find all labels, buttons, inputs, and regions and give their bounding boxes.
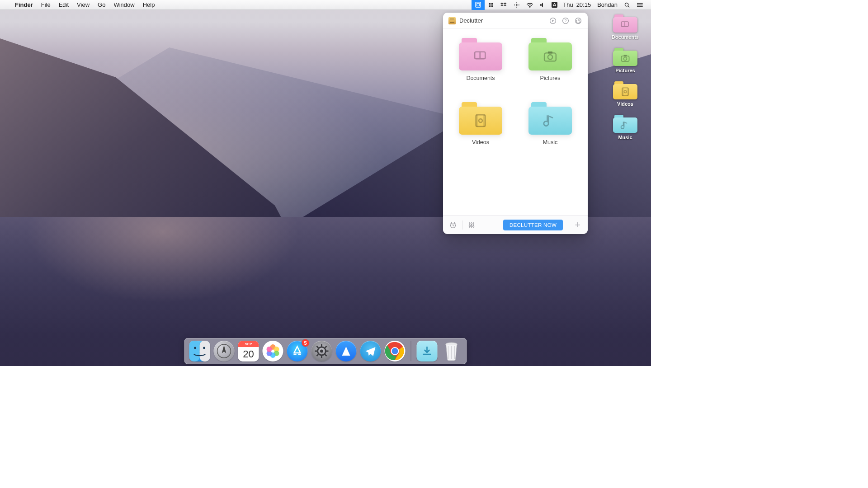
dock-calendar[interactable]: SEP 20 bbox=[238, 341, 259, 361]
svg-point-6 bbox=[519, 4, 519, 5]
popover-footer: DECLUTTER NOW + bbox=[443, 215, 588, 234]
dock-photos[interactable] bbox=[263, 341, 283, 361]
svg-point-30 bbox=[203, 347, 205, 349]
popover-folder-label: Music bbox=[543, 139, 558, 145]
popover-folder-videos[interactable]: Videos bbox=[450, 102, 511, 161]
dock-downloads[interactable] bbox=[417, 341, 438, 361]
menubar-user[interactable]: Bohdan bbox=[594, 0, 621, 10]
schedule-icon[interactable] bbox=[448, 221, 458, 230]
svg-point-24 bbox=[471, 223, 472, 224]
calendar-day: 20 bbox=[243, 347, 254, 361]
menubar-item-edit[interactable]: Edit bbox=[55, 1, 73, 8]
svg-point-42 bbox=[392, 348, 398, 354]
svg-point-25 bbox=[472, 225, 474, 227]
desktop-folder-music[interactable]: Music bbox=[605, 115, 646, 140]
help-icon[interactable]: ? bbox=[561, 17, 570, 25]
sync-menubar-icon[interactable] bbox=[510, 0, 523, 10]
camera-icon bbox=[528, 42, 572, 70]
desktop-folder-pictures[interactable]: Pictures bbox=[605, 48, 646, 73]
popover-folder-label: Videos bbox=[472, 139, 489, 145]
dock-launchpad[interactable] bbox=[214, 341, 235, 361]
desktop-folder-label: Pictures bbox=[615, 68, 635, 73]
svg-point-3 bbox=[516, 2, 517, 3]
svg-point-23 bbox=[469, 225, 470, 226]
svg-rect-0 bbox=[476, 2, 481, 7]
svg-rect-28 bbox=[200, 341, 210, 361]
menubar-item-file[interactable]: File bbox=[37, 1, 55, 8]
dock-app-generic-blue[interactable] bbox=[336, 341, 357, 361]
menubar-item-window[interactable]: Window bbox=[109, 1, 138, 8]
appstore-badge: 5 bbox=[302, 339, 309, 347]
popover-folder-music[interactable]: Music bbox=[520, 102, 580, 161]
declutter-now-button[interactable]: DECLUTTER NOW bbox=[503, 220, 563, 230]
dock-finder[interactable] bbox=[189, 341, 210, 361]
menubar-day[interactable]: Thu bbox=[560, 0, 576, 10]
svg-point-2 bbox=[516, 4, 518, 6]
svg-point-37 bbox=[267, 347, 272, 352]
dock-separator bbox=[411, 341, 411, 361]
svg-point-4 bbox=[516, 6, 517, 7]
menubar-item-help[interactable]: Help bbox=[139, 1, 159, 8]
settings-sliders-icon[interactable] bbox=[467, 221, 476, 230]
add-folder-button[interactable]: + bbox=[573, 219, 582, 231]
svg-point-5 bbox=[514, 4, 515, 5]
dock-telegram[interactable] bbox=[360, 341, 381, 361]
popover-folder-pictures[interactable]: Pictures bbox=[520, 38, 580, 97]
wifi-icon[interactable] bbox=[523, 0, 537, 10]
svg-point-10 bbox=[637, 6, 638, 7]
input-source-icon[interactable]: A bbox=[549, 0, 560, 10]
dock-chrome[interactable] bbox=[385, 341, 406, 361]
svg-point-29 bbox=[194, 347, 196, 349]
play-icon[interactable] bbox=[549, 17, 557, 25]
declutter-menubar-icon[interactable] bbox=[472, 0, 485, 10]
book-icon bbox=[459, 42, 502, 70]
dock-appstore[interactable]: 5 bbox=[287, 341, 308, 361]
power-icon[interactable] bbox=[574, 17, 582, 25]
book-icon bbox=[613, 17, 637, 33]
note-icon bbox=[528, 107, 572, 135]
desktop-folder-videos[interactable]: Videos bbox=[605, 81, 646, 107]
svg-text:?: ? bbox=[564, 19, 566, 23]
desktop-folder-label: Videos bbox=[617, 101, 633, 107]
calendar-month: SEP bbox=[238, 341, 259, 347]
dock: SEP 20 5 bbox=[184, 338, 467, 364]
note-icon bbox=[613, 117, 637, 133]
spotlight-icon[interactable] bbox=[621, 0, 633, 10]
volume-icon[interactable] bbox=[537, 0, 549, 10]
desktop-folder-label: Documents bbox=[612, 34, 639, 40]
popover-title: Declutter bbox=[459, 17, 545, 24]
svg-point-9 bbox=[637, 5, 638, 5]
popover-folder-documents[interactable]: Documents bbox=[450, 38, 511, 97]
menubar-time[interactable]: 20:15 bbox=[576, 0, 594, 10]
menubar: Finder File Edit View Go Window Help A T… bbox=[0, 0, 651, 10]
camera-icon bbox=[613, 51, 637, 66]
svg-rect-1 bbox=[477, 4, 480, 6]
svg-rect-27 bbox=[189, 341, 200, 361]
dock-trash[interactable] bbox=[441, 341, 462, 361]
declutter-popover: Declutter ? Documents Pictures Videos Mu… bbox=[443, 13, 588, 234]
declutter-app-icon bbox=[448, 17, 456, 24]
svg-point-8 bbox=[637, 3, 638, 4]
svg-point-39 bbox=[320, 350, 323, 353]
popover-header: Declutter ? bbox=[443, 13, 588, 29]
film-icon bbox=[613, 84, 637, 99]
menubar-app-name[interactable]: Finder bbox=[11, 1, 37, 8]
notification-center-icon[interactable] bbox=[633, 0, 646, 10]
menubar-item-go[interactable]: Go bbox=[94, 1, 109, 8]
popover-folder-label: Pictures bbox=[540, 75, 560, 81]
menu-extra-icon[interactable] bbox=[485, 0, 497, 10]
film-icon bbox=[459, 107, 502, 135]
desktop-folder-label: Music bbox=[618, 135, 632, 140]
menubar-item-view[interactable]: View bbox=[73, 1, 94, 8]
popover-folder-label: Documents bbox=[466, 75, 495, 81]
dock-system-preferences[interactable] bbox=[311, 341, 332, 361]
desktop-folder-documents[interactable]: Documents bbox=[605, 14, 646, 40]
dropbox-menubar-icon[interactable] bbox=[497, 0, 510, 10]
